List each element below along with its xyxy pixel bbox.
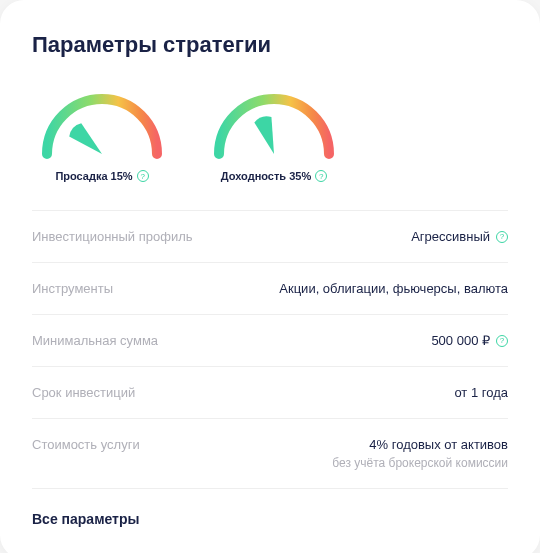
param-value-text: Акции, облигации, фьючерсы, валюта: [279, 281, 508, 296]
param-value: 4% годовых от активов без учёта брокерск…: [332, 437, 508, 470]
param-value: от 1 года: [454, 385, 508, 400]
gauge-yield-text: Доходность 35%: [221, 170, 311, 182]
param-value: Агрессивный ?: [411, 229, 508, 244]
page-title: Параметры стратегии: [32, 32, 508, 58]
param-value-text: 500 000 ₽: [431, 333, 490, 348]
param-value-text: Агрессивный: [411, 229, 490, 244]
gauge-drawdown-label: Просадка 15% ?: [55, 170, 148, 182]
param-row-instruments: Инструменты Акции, облигации, фьючерсы, …: [32, 263, 508, 315]
all-params-link[interactable]: Все параметры: [32, 511, 508, 527]
info-icon[interactable]: ?: [137, 170, 149, 182]
param-value: Акции, облигации, фьючерсы, валюта: [279, 281, 508, 296]
param-label: Срок инвестиций: [32, 385, 135, 400]
param-value: 500 000 ₽ ?: [431, 333, 508, 348]
param-value-text: 4% годовых от активов: [369, 437, 508, 452]
param-label: Минимальная сумма: [32, 333, 158, 348]
gauge-drawdown: Просадка 15% ?: [32, 82, 172, 182]
info-icon[interactable]: ?: [496, 335, 508, 347]
param-value-sub: без учёта брокерской комиссии: [332, 456, 508, 470]
gauge-yield-arc: [204, 82, 344, 162]
gauge-yield: Доходность 35% ?: [204, 82, 344, 182]
param-value-text: от 1 года: [454, 385, 508, 400]
gauge-yield-label: Доходность 35% ?: [221, 170, 327, 182]
params-list: Инвестиционный профиль Агрессивный ? Инс…: [32, 210, 508, 489]
info-icon[interactable]: ?: [496, 231, 508, 243]
param-label: Инвестиционный профиль: [32, 229, 193, 244]
param-label: Инструменты: [32, 281, 113, 296]
strategy-params-card: Параметры стратегии: [0, 0, 540, 553]
gauge-drawdown-text: Просадка 15%: [55, 170, 132, 182]
param-row-profile: Инвестиционный профиль Агрессивный ?: [32, 211, 508, 263]
param-row-cost: Стоимость услуги 4% годовых от активов б…: [32, 419, 508, 489]
param-row-min-sum: Минимальная сумма 500 000 ₽ ?: [32, 315, 508, 367]
gauges-row: Просадка 15% ? Доходность 35% ?: [32, 82, 508, 182]
info-icon[interactable]: ?: [315, 170, 327, 182]
param-row-term: Срок инвестиций от 1 года: [32, 367, 508, 419]
gauge-drawdown-arc: [32, 82, 172, 162]
param-label: Стоимость услуги: [32, 437, 140, 452]
